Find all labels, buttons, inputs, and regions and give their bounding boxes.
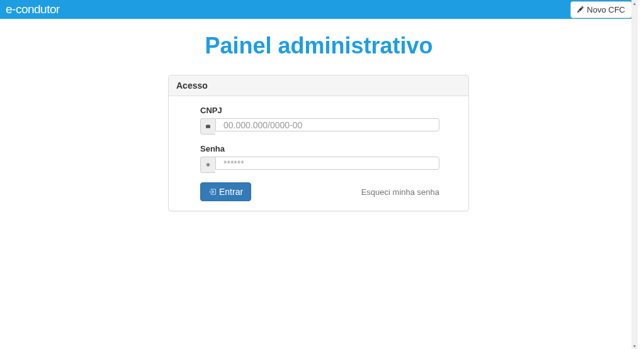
cnpj-group: CNPJ (200, 106, 459, 135)
senha-input-group (200, 157, 439, 173)
page-title: Painel administrativo (0, 33, 638, 59)
senha-input[interactable] (215, 157, 439, 170)
logo: e-condutor (6, 3, 60, 16)
panel-body: CNPJ Senha (169, 96, 468, 211)
asterisk-icon (200, 157, 215, 173)
senha-label: Senha (200, 144, 459, 153)
pencil-icon (577, 6, 584, 13)
forgot-password-link[interactable]: Esqueci minha senha (361, 187, 439, 197)
senha-group: Senha (200, 144, 459, 173)
login-panel: Acesso CNPJ Senha (168, 75, 469, 211)
cnpj-input-group (200, 118, 439, 135)
briefcase-icon (200, 118, 215, 135)
novo-cfc-button[interactable]: Novo CFC (570, 1, 632, 18)
scrollbar[interactable]: ▲ ▼ (631, 0, 638, 349)
navbar: e-condutor Novo CFC (0, 0, 638, 19)
cnpj-label: CNPJ (200, 106, 459, 115)
scrollbar-down-arrow[interactable]: ▼ (631, 343, 638, 349)
signin-icon (208, 188, 216, 196)
entrar-button[interactable]: Entrar (200, 182, 251, 201)
panel-heading: Acesso (169, 75, 468, 96)
scrollbar-up-arrow[interactable]: ▲ (631, 0, 638, 6)
entrar-label: Entrar (219, 187, 243, 197)
cnpj-input[interactable] (215, 118, 439, 131)
novo-cfc-label: Novo CFC (587, 5, 625, 14)
form-footer: Entrar Esqueci minha senha (200, 182, 439, 201)
